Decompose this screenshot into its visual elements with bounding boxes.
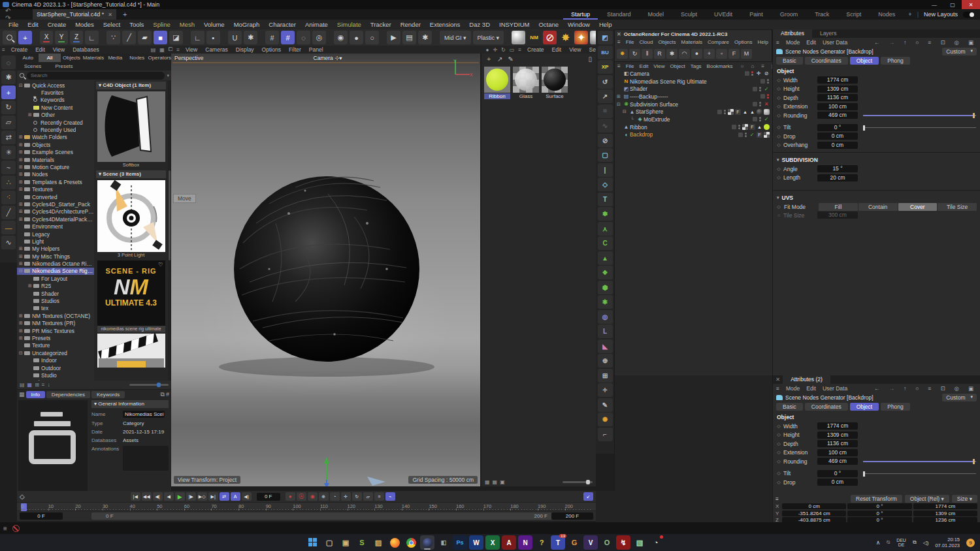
menu-item[interactable]: Daz 3D — [465, 21, 495, 28]
asset-browser-menu-item[interactable]: Edit — [31, 46, 49, 53]
octane-live-icon[interactable]: ✦ — [574, 31, 588, 44]
flag-tag[interactable]: F — [749, 124, 755, 130]
sort-icon[interactable]: ≡ — [42, 382, 45, 388]
axis-x-lock[interactable]: X — [40, 31, 53, 44]
expand-toggle-icon[interactable] — [19, 261, 24, 266]
position-field[interactable]: -351.8264 cm — [782, 511, 846, 516]
coordinate-system-button[interactable]: ∟ — [85, 31, 99, 44]
preset-dropdown[interactable]: Custom▾ — [942, 48, 977, 55]
multi-move-tool[interactable]: ✳ — [1, 146, 16, 159]
tab-attributes-2[interactable]: Attributes (2) — [783, 375, 830, 384]
magnet-tool-button[interactable]: U — [228, 31, 242, 44]
enabled-check[interactable]: ✓ — [763, 116, 770, 122]
node-chart-icon[interactable]: ◩ — [598, 31, 613, 44]
maximize-button[interactable]: ▢ — [943, 0, 962, 9]
key-parameter-toggle[interactable]: ≡ — [374, 492, 384, 501]
goto-start-button[interactable]: |◀ — [131, 492, 140, 501]
object-manager-menu-item[interactable]: Bookmarks — [704, 63, 736, 69]
obs-icon[interactable]: O — [600, 535, 614, 550]
visibility-toggle[interactable] — [760, 79, 765, 84]
next-frame-button[interactable]: |▶ — [186, 492, 196, 501]
texture-tag[interactable] — [742, 124, 748, 130]
expand-toggle-icon[interactable] — [19, 321, 24, 326]
object-row-starsphere[interactable]: ⊟▲ StarSphere F ▲ ▲ — [615, 108, 772, 116]
snipping-icon[interactable]: ▧ — [632, 535, 647, 550]
layout-tab[interactable]: Groom — [772, 9, 806, 20]
hamburger-icon[interactable]: ≡ — [615, 63, 623, 69]
object-manager-menu-item[interactable]: Object — [668, 63, 688, 69]
asset-tree-item[interactable]: Legacy — [17, 230, 94, 238]
asset-tree-item[interactable]: Quick Access — [17, 82, 94, 89]
visibility-toggle[interactable] — [760, 94, 765, 99]
asset-tree-item[interactable]: Materials — [17, 156, 94, 163]
asset-tab[interactable]: Nodes — [126, 54, 148, 62]
texture-mode-button[interactable]: ◪ — [169, 31, 183, 44]
keyframe-dot-icon[interactable]: ◇ — [774, 471, 783, 476]
region-render-icon[interactable]: R — [654, 49, 665, 59]
expand-toggle-icon[interactable] — [19, 157, 24, 163]
display-sphere-light-button[interactable]: ○ — [365, 31, 379, 44]
attribute-value[interactable]: 100 cm — [817, 449, 858, 456]
microphone-icon[interactable]: ⍉ — [887, 539, 890, 546]
pause-icon[interactable]: ‖ — [642, 49, 653, 59]
menu-item[interactable]: Tools — [125, 21, 148, 28]
asset-tree-item[interactable]: My Misc Things — [17, 253, 94, 260]
asset-tree-item[interactable]: Nodes — [17, 171, 94, 178]
asset-tab[interactable]: Scenes — [17, 62, 48, 71]
texture-tag[interactable] — [728, 109, 734, 115]
render-preset-plastic-button[interactable]: Plastic ▾ — [473, 31, 504, 44]
firefox-icon[interactable] — [387, 535, 402, 550]
material-menu-item[interactable]: Create — [523, 46, 548, 53]
teams-icon[interactable]: T13 — [551, 535, 565, 550]
attribute-slider[interactable] — [863, 470, 976, 477]
bodypaint-bu-icon[interactable]: BU — [598, 46, 613, 59]
layouts-toggle[interactable] — [963, 12, 975, 18]
flag-tag[interactable]: F — [735, 109, 741, 115]
search-icon[interactable]: ○ — [912, 385, 922, 392]
object-row-subdivision-surface[interactable]: ⊟❋ Subdivision Surface ✕ — [615, 101, 772, 108]
load-material-icon[interactable]: ↗ — [497, 55, 502, 63]
chevron-down-icon[interactable]: ▾ — [167, 73, 169, 78]
visibility-toggle[interactable] — [732, 125, 736, 129]
search-icon[interactable]: ○ — [738, 63, 747, 69]
preview-range-slider[interactable]: 0 F 200 F 200 F — [91, 512, 593, 520]
asset-tree-item[interactable]: Watch Folders — [17, 134, 94, 141]
viewport-menu-item[interactable]: Options — [258, 46, 285, 53]
radial-symmetry-button[interactable]: ◌ — [297, 31, 310, 44]
vpn-icon[interactable]: V — [583, 535, 598, 550]
asset-tree-item[interactable]: Textures — [17, 185, 94, 193]
download-icon[interactable]: ↓ — [48, 382, 50, 388]
viewport-solo-button[interactable]: ◉ — [334, 31, 348, 44]
attribute-value[interactable]: 1309 cm — [817, 86, 858, 93]
asset-browser-menu-item[interactable]: Create — [7, 46, 32, 53]
rotate-view-icon[interactable]: ↻ — [499, 47, 508, 53]
material-menu-item[interactable]: Edit — [548, 46, 566, 53]
db-icon[interactable]: ▤ — [149, 47, 158, 53]
material-detail-view-icon[interactable]: ▣ — [500, 479, 505, 485]
play-button[interactable]: ▶ — [175, 492, 185, 501]
material-picker-icon[interactable]: M — [741, 49, 752, 59]
keyframe-dot-icon[interactable]: ◇ — [774, 86, 783, 91]
asset-tab[interactable]: Objects — [61, 54, 82, 62]
keyframe-dot-icon[interactable]: ◇ — [774, 424, 783, 429]
keyframe-dot-icon[interactable]: ◇ — [774, 175, 783, 180]
prev-frame-button[interactable]: ◀| — [153, 492, 163, 501]
attribute-tab-button[interactable]: Phong — [881, 57, 910, 65]
object-row-backdrop[interactable]: ◖ Backdrop ✓ F — [615, 131, 772, 139]
asset-tab[interactable]: All — [39, 54, 60, 62]
asset-tree-item[interactable]: Environment — [17, 223, 94, 230]
asset-tree-item[interactable]: Shader — [17, 290, 94, 297]
default-material-ball[interactable] — [512, 31, 525, 44]
attribute-value[interactable]: 0 cm — [817, 479, 858, 486]
asset-tree-item[interactable]: Recently Used — [17, 126, 94, 133]
info-tab[interactable]: Info — [26, 391, 45, 398]
expand-toggle-icon[interactable] — [19, 254, 24, 259]
attribute-value[interactable]: 15 ° — [817, 165, 858, 172]
menu-item[interactable]: Render — [396, 21, 425, 28]
field-icon[interactable]: ◎ — [598, 310, 613, 324]
section-header[interactable]: ▾ C4D Object (1 Item) — [96, 82, 166, 89]
object-axis-button[interactable]: ∟ — [191, 31, 204, 44]
close-button[interactable]: ✕ — [962, 0, 980, 9]
menu-item[interactable]: Extensions — [425, 21, 465, 28]
edges-mode-button[interactable]: ╱ — [122, 31, 136, 44]
